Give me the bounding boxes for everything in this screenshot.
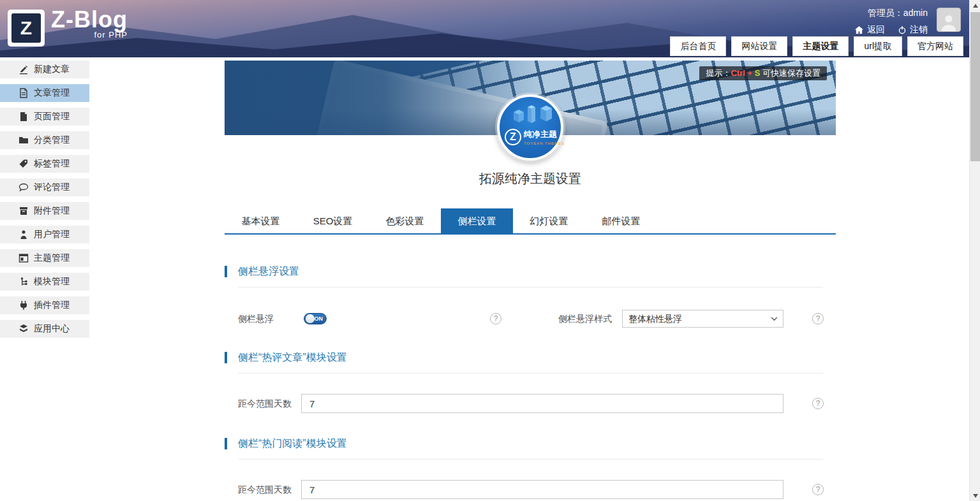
sidebar-item-new-post[interactable]: 新建文章 [0, 61, 89, 78]
top-nav-official-site[interactable]: 官方网站 [907, 36, 963, 56]
hot-comments-days-input[interactable] [301, 394, 783, 413]
sidebar-item-label: 附件管理 [34, 205, 70, 217]
theme-icon [19, 253, 29, 263]
toggle-on-label: ON [315, 314, 323, 324]
scrollbar-down-button[interactable] [970, 490, 980, 501]
section-title-sidebar-float: 侧栏悬浮设置 [225, 265, 299, 279]
theme-badge: Z 纯净主题 TOYEAN THEMES [497, 94, 563, 161]
section-divider [238, 287, 823, 287]
sidebar-float-style-label: 侧栏悬浮样式 [558, 309, 612, 328]
page-icon [19, 112, 29, 122]
tab-sidebar-settings[interactable]: 侧栏设置 [441, 208, 513, 233]
help-icon[interactable]: ? [812, 484, 824, 495]
top-nav-theme-settings[interactable]: 主题设置 [792, 36, 849, 56]
help-icon[interactable]: ? [812, 313, 824, 324]
hint-ctrl-key: Ctrl + [731, 68, 754, 78]
theme-settings-tabs: 基本设置 SEO设置 色彩设置 侧栏设置 幻灯设置 邮件设置 [225, 208, 836, 235]
sidebar-item-plugins[interactable]: 插件管理 [0, 296, 89, 314]
tab-color-settings[interactable]: 色彩设置 [369, 208, 441, 233]
article-icon [19, 88, 29, 98]
hint-suffix: 可快速保存设置 [760, 68, 820, 78]
hint-prefix: 提示： [706, 68, 731, 78]
sidebar-item-categories[interactable]: 分类管理 [0, 131, 89, 149]
theme-badge-subtitle: TOYEAN THEMES [524, 142, 565, 145]
folder-icon [19, 135, 29, 145]
sidebar-item-users[interactable]: 用户管理 [0, 226, 89, 243]
section-title-text: 侧栏“热评文章”模块设置 [238, 351, 347, 365]
sidebar-item-label: 标签管理 [34, 158, 70, 170]
page-title: 拓源纯净主题设置 [225, 170, 836, 187]
zblog-logo-letter: Z [11, 13, 41, 43]
sidebar-item-label: 页面管理 [34, 111, 70, 122]
top-nav: 后台首页 网站设置 主题设置 url提取 官方网站 [670, 36, 963, 56]
help-icon[interactable]: ? [490, 313, 501, 324]
days-range-label: 距今范围天数 [238, 394, 292, 413]
logout-link[interactable]: 注销 [898, 24, 928, 36]
scrollbar-up-button[interactable] [970, 0, 980, 11]
theme-badge-z-mark: Z [505, 129, 521, 145]
section-title-text: 侧栏悬浮设置 [238, 265, 299, 279]
top-nav-url-extract[interactable]: url提取 [854, 36, 902, 56]
sidebar-item-label: 主题管理 [34, 252, 70, 264]
section-divider [238, 459, 823, 460]
tab-seo-settings[interactable]: SEO设置 [297, 208, 369, 233]
vertical-scrollbar[interactable] [969, 0, 980, 501]
section-title-hot-reads: 侧栏“热门阅读”模块设置 [225, 437, 347, 451]
sidebar-item-label: 模块管理 [34, 276, 70, 287]
theme-badge-cubes-illustration [506, 102, 556, 130]
section-title-text: 侧栏“热门阅读”模块设置 [238, 437, 347, 451]
sidebar-item-label: 评论管理 [34, 182, 70, 193]
section-accent-bar [225, 266, 227, 277]
comment-icon [19, 182, 29, 192]
home-icon [854, 25, 864, 34]
sidebar-item-label: 文章管理 [34, 87, 70, 99]
header: Z Z-Blog for PHP 管理员：admin 返回 [0, 0, 980, 57]
tag-icon [19, 159, 29, 169]
attachment-icon [19, 206, 29, 216]
section-accent-bar [225, 438, 227, 449]
back-link[interactable]: 返回 [854, 24, 885, 36]
hot-reads-days-input[interactable] [301, 480, 783, 499]
user-icon [19, 229, 29, 240]
zblog-logo-text: Z-Blog for PHP [51, 6, 128, 40]
sidebar-item-themes[interactable]: 主题管理 [0, 249, 89, 267]
sidebar-item-comments[interactable]: 评论管理 [0, 178, 89, 196]
logout-link-label: 注销 [910, 24, 928, 36]
avatar[interactable] [937, 8, 961, 32]
sidebar-item-tags[interactable]: 标签管理 [0, 155, 89, 173]
top-nav-dashboard[interactable]: 后台首页 [670, 36, 726, 56]
zblog-logo[interactable]: Z Z-Blog for PHP [8, 6, 128, 47]
sidebar-item-label: 分类管理 [34, 134, 70, 146]
edit-icon [19, 64, 29, 75]
sidebar-item-app-center[interactable]: 应用中心 [0, 320, 89, 338]
sidebar-item-posts[interactable]: 文章管理 [0, 84, 89, 102]
tab-basic-settings[interactable]: 基本设置 [225, 208, 297, 233]
sidebar-item-label: 新建文章 [34, 64, 70, 75]
zblog-admin-window: Z Z-Blog for PHP 管理员：admin 返回 [0, 0, 980, 501]
tab-mail-settings[interactable]: 邮件设置 [585, 208, 657, 233]
scrollbar-thumb[interactable] [970, 12, 980, 161]
appcenter-icon [19, 324, 29, 334]
sidebar-item-attachments[interactable]: 附件管理 [0, 202, 89, 220]
sidebar-item-pages[interactable]: 页面管理 [0, 108, 89, 126]
module-icon [19, 277, 29, 287]
tab-slideshow-settings[interactable]: 幻灯设置 [513, 208, 585, 233]
section-divider [238, 373, 823, 374]
user-silhouette-icon [939, 12, 958, 31]
top-nav-site-settings[interactable]: 网站设置 [731, 36, 787, 56]
sidebar-float-label: 侧栏悬浮 [238, 309, 274, 328]
sidebar: 新建文章 文章管理 页面管理 分类管理 标签管理 [0, 61, 89, 344]
sidebar-item-label: 插件管理 [34, 300, 70, 311]
select-value: 整体粘性悬浮 [628, 314, 682, 324]
power-icon [898, 25, 907, 34]
sidebar-item-modules[interactable]: 模块管理 [0, 273, 89, 291]
hot-reads-days-row: 距今范围天数 ? [225, 480, 836, 499]
help-icon[interactable]: ? [812, 398, 824, 409]
sidebar-float-row: 侧栏悬浮 ON ? 侧栏悬浮样式 整体粘性悬浮 ? [225, 309, 836, 328]
days-range-label: 距今范围天数 [238, 480, 292, 499]
sidebar-float-style-select[interactable]: 整体粘性悬浮 [622, 310, 783, 328]
theme-badge-title: 纯净主题 [524, 129, 565, 140]
chevron-down-icon [771, 317, 778, 321]
sidebar-float-toggle[interactable]: ON [304, 313, 327, 324]
admin-label: 管理员：admin [854, 8, 928, 19]
